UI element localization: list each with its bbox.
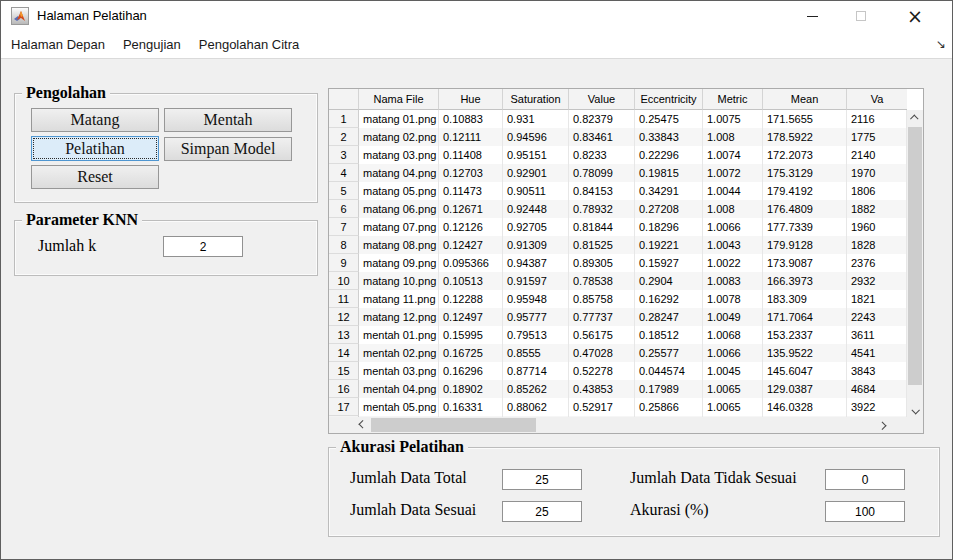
table-cell[interactable]: 2932: [847, 272, 907, 290]
table-cell[interactable]: 0.18296: [635, 218, 703, 236]
table-horizontal-scrollbar[interactable]: [329, 417, 907, 433]
dock-arrow-icon[interactable]: ↘: [936, 37, 946, 51]
table-cell[interactable]: 0.12671: [439, 200, 503, 218]
table-cell[interactable]: 1.008: [703, 128, 763, 146]
table-cell[interactable]: 0.56175: [569, 326, 635, 344]
table-cell[interactable]: 1.0049: [703, 308, 763, 326]
table-cell[interactable]: 0.18512: [635, 326, 703, 344]
table-row[interactable]: 6matang 06.png0.126710.924480.789320.272…: [329, 200, 907, 218]
table-cell[interactable]: 172.2073: [763, 146, 847, 164]
table-header-value[interactable]: Value: [569, 89, 635, 110]
table-header-rownum[interactable]: [329, 89, 359, 110]
table-cell[interactable]: 3611: [847, 326, 907, 344]
table-cell[interactable]: 1.0068: [703, 326, 763, 344]
table-cell[interactable]: 129.0387: [763, 380, 847, 398]
table-cell[interactable]: matang 12.png: [359, 308, 439, 326]
table-cell[interactable]: 0.16331: [439, 398, 503, 416]
minimize-button[interactable]: [790, 1, 835, 31]
table-cell[interactable]: 3922: [847, 398, 907, 416]
menu-pengujian[interactable]: Pengujian: [123, 37, 181, 52]
table-header-variance[interactable]: Va: [847, 89, 907, 110]
table-cell[interactable]: 2376: [847, 254, 907, 272]
table-cell[interactable]: 0.11408: [439, 146, 503, 164]
table-cell[interactable]: 166.3973: [763, 272, 847, 290]
table-cell[interactable]: 1.0043: [703, 236, 763, 254]
table-cell[interactable]: 177.7339: [763, 218, 847, 236]
table-cell[interactable]: 0.17989: [635, 380, 703, 398]
table-cell[interactable]: 0.82379: [569, 110, 635, 128]
table-cell[interactable]: 1.0078: [703, 290, 763, 308]
table-cell[interactable]: 146.0328: [763, 398, 847, 416]
table-cell[interactable]: 0.79513: [503, 326, 569, 344]
table-cell[interactable]: 0.83461: [569, 128, 635, 146]
table-cell[interactable]: 0.89305: [569, 254, 635, 272]
table-cell[interactable]: 135.9522: [763, 344, 847, 362]
table-cell[interactable]: 0.78932: [569, 200, 635, 218]
table-cell[interactable]: mentah 03.png: [359, 362, 439, 380]
table-cell[interactable]: 0.34291: [635, 182, 703, 200]
table-row[interactable]: 5matang 05.png0.114730.905110.841530.342…: [329, 182, 907, 200]
table-cell[interactable]: 1.0072: [703, 164, 763, 182]
table-cell[interactable]: 0.43853: [569, 380, 635, 398]
menu-halaman-depan[interactable]: Halaman Depan: [11, 37, 105, 52]
simpan-model-button[interactable]: Simpan Model: [164, 137, 292, 161]
table-cell[interactable]: 3843: [847, 362, 907, 380]
table-header-eccentricity[interactable]: Eccentricity: [635, 89, 703, 110]
table-cell[interactable]: 0.12288: [439, 290, 503, 308]
table-cell[interactable]: 0.77737: [569, 308, 635, 326]
table-cell[interactable]: 1970: [847, 164, 907, 182]
table-cell[interactable]: 0.2904: [635, 272, 703, 290]
table-cell[interactable]: matang 10.png: [359, 272, 439, 290]
table-cell[interactable]: mentah 02.png: [359, 344, 439, 362]
table-cell[interactable]: 0.90511: [503, 182, 569, 200]
table-cell[interactable]: 2116: [847, 110, 907, 128]
table-cell[interactable]: 1.0022: [703, 254, 763, 272]
table-header-hue[interactable]: Hue: [439, 89, 503, 110]
scroll-up-arrow[interactable]: [907, 110, 923, 126]
table-row[interactable]: 8matang 08.png0.124270.913090.815250.192…: [329, 236, 907, 254]
table-cell[interactable]: 0.52278: [569, 362, 635, 380]
table-cell[interactable]: 0.11473: [439, 182, 503, 200]
table-cell[interactable]: 0.28247: [635, 308, 703, 326]
table-cell[interactable]: mentah 05.png: [359, 398, 439, 416]
table-cell[interactable]: 145.6047: [763, 362, 847, 380]
reset-button[interactable]: Reset: [31, 165, 159, 189]
table-row[interactable]: 17mentah 05.png0.163310.880620.529170.25…: [329, 398, 907, 416]
table-row[interactable]: 2matang 02.png0.121110.945960.834610.338…: [329, 128, 907, 146]
table-cell[interactable]: 0.47028: [569, 344, 635, 362]
table-row[interactable]: 13mentah 01.png0.159950.795130.561750.18…: [329, 326, 907, 344]
table-cell[interactable]: 0.12497: [439, 308, 503, 326]
menu-pengolahan-citra[interactable]: Pengolahan Citra: [199, 37, 299, 52]
table-cell[interactable]: 0.95151: [503, 146, 569, 164]
table-cell[interactable]: 0.95948: [503, 290, 569, 308]
pelatihan-button[interactable]: Pelatihan: [31, 136, 159, 161]
table-cell[interactable]: matang 05.png: [359, 182, 439, 200]
jumlah-data-sesuai-input[interactable]: [502, 501, 582, 522]
table-cell[interactable]: 1.0066: [703, 218, 763, 236]
table-cell[interactable]: 0.92901: [503, 164, 569, 182]
table-cell[interactable]: 0.88062: [503, 398, 569, 416]
jumlah-data-tidak-sesuai-input[interactable]: [825, 469, 905, 490]
table-cell[interactable]: 0.87714: [503, 362, 569, 380]
table-row[interactable]: 1matang 01.png0.108830.9310.823790.25475…: [329, 110, 907, 128]
table-cell[interactable]: 0.19221: [635, 236, 703, 254]
v-scrollbar-thumb[interactable]: [908, 127, 922, 385]
table-cell[interactable]: matang 08.png: [359, 236, 439, 254]
table-cell[interactable]: 1.0066: [703, 344, 763, 362]
table-cell[interactable]: matang 06.png: [359, 200, 439, 218]
table-row[interactable]: 9matang 09.png0.0953660.943870.893050.15…: [329, 254, 907, 272]
table-cell[interactable]: 0.94387: [503, 254, 569, 272]
table-cell[interactable]: matang 09.png: [359, 254, 439, 272]
table-cell[interactable]: 171.7064: [763, 308, 847, 326]
table-cell[interactable]: 1.008: [703, 200, 763, 218]
table-vertical-scrollbar[interactable]: [907, 110, 923, 419]
matang-button[interactable]: Matang: [31, 108, 159, 132]
table-cell[interactable]: 0.12126: [439, 218, 503, 236]
table-cell[interactable]: 1821: [847, 290, 907, 308]
table-row[interactable]: 7matang 07.png0.121260.927050.818440.182…: [329, 218, 907, 236]
table-cell[interactable]: 1.0065: [703, 380, 763, 398]
table-cell[interactable]: 1.0075: [703, 110, 763, 128]
table-cell[interactable]: 0.8233: [569, 146, 635, 164]
table-cell[interactable]: 1882: [847, 200, 907, 218]
table-cell[interactable]: 0.85758: [569, 290, 635, 308]
